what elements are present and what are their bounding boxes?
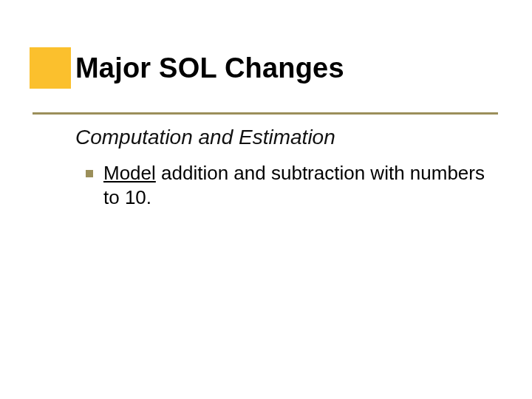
- bullet-text: Model addition and subtraction with numb…: [103, 161, 488, 211]
- bullet-item: Model addition and subtraction with numb…: [86, 161, 495, 211]
- slide-title: Major SOL Changes: [75, 52, 344, 84]
- bullet-rest: addition and subtraction with numbers to…: [103, 162, 485, 208]
- bullet-square-icon: [86, 170, 93, 177]
- title-underline-rule: [33, 112, 498, 115]
- bullet-underlined-word: Model: [103, 162, 156, 184]
- slide: Major SOL Changes Computation and Estima…: [0, 0, 532, 399]
- accent-square-icon: [30, 47, 71, 89]
- slide-subtitle: Computation and Estimation: [75, 126, 335, 149]
